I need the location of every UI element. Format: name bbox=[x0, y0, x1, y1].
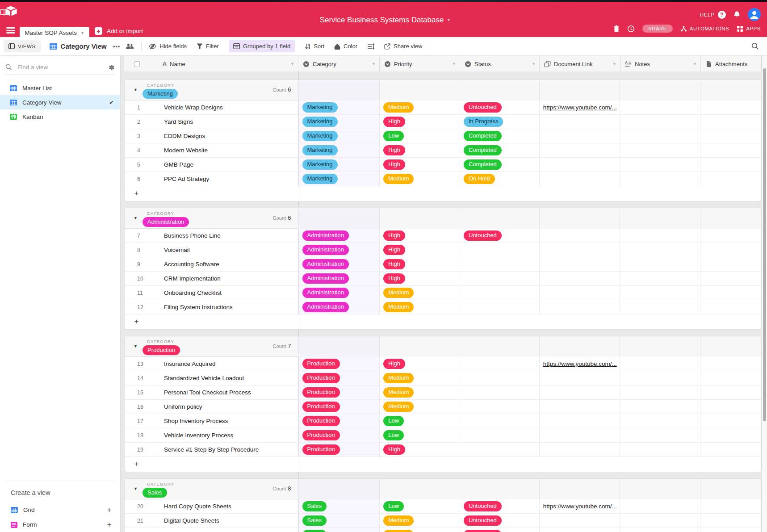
gear-icon[interactable] bbox=[108, 64, 115, 71]
chevron-down-icon[interactable]: ▼ bbox=[452, 62, 456, 66]
cell-status[interactable] bbox=[460, 400, 540, 414]
apps-button[interactable]: APPS bbox=[737, 25, 761, 32]
row-number-cell[interactable]: 5 bbox=[125, 158, 150, 172]
cell-category[interactable]: Administration bbox=[299, 257, 380, 271]
cell-status[interactable] bbox=[460, 357, 540, 371]
cell-priority[interactable]: Low bbox=[380, 129, 460, 143]
column-header-notes[interactable]: ANotes▼ bbox=[620, 56, 701, 71]
cell-category[interactable]: Administration bbox=[299, 272, 380, 285]
cell-category[interactable]: Marketing bbox=[299, 129, 380, 143]
cell-status[interactable] bbox=[460, 414, 540, 428]
cell-status[interactable] bbox=[460, 243, 540, 257]
cell-name[interactable]: Service #1 Step By Step Procedure bbox=[150, 443, 299, 457]
row-number-cell[interactable]: 1 bbox=[125, 101, 150, 114]
row-number-cell[interactable]: 8 bbox=[125, 243, 150, 257]
cell-name[interactable]: Insurance Acquired bbox=[150, 357, 299, 371]
cell-document-link[interactable] bbox=[540, 272, 620, 285]
cell-category[interactable]: Sales bbox=[299, 528, 380, 532]
cell-category[interactable]: Sales bbox=[299, 499, 380, 513]
cell-document-link[interactable] bbox=[540, 243, 620, 257]
cell-priority[interactable]: Medium bbox=[380, 400, 460, 414]
cell-notes[interactable] bbox=[620, 300, 700, 314]
cell-category[interactable]: Administration bbox=[299, 300, 380, 314]
column-header-name[interactable]: AName▼ bbox=[150, 56, 298, 71]
sort-button[interactable]: Sort bbox=[305, 43, 324, 50]
account-avatar[interactable] bbox=[748, 8, 761, 21]
row-number-cell[interactable]: 13 bbox=[125, 357, 150, 371]
chevron-down-icon[interactable]: ▼ bbox=[612, 62, 616, 66]
cell-status[interactable] bbox=[460, 286, 540, 300]
cell-notes[interactable] bbox=[620, 158, 700, 172]
base-title[interactable]: Service Business Systems Database▼ bbox=[0, 9, 767, 26]
cell-status[interactable] bbox=[460, 257, 540, 271]
cell-attachments[interactable] bbox=[700, 385, 761, 399]
cell-attachments[interactable] bbox=[700, 400, 761, 414]
cell-name[interactable]: Standardized Vehicle Loadout bbox=[150, 371, 299, 385]
cell-notes[interactable] bbox=[620, 229, 700, 243]
row-number-cell[interactable]: 7 bbox=[125, 229, 150, 243]
cell-document-link[interactable]: https://www.youtube.com/... bbox=[540, 499, 620, 513]
cell-attachments[interactable] bbox=[700, 143, 761, 157]
cell-notes[interactable] bbox=[620, 129, 700, 143]
row-number-cell[interactable]: 21 bbox=[125, 514, 150, 528]
cell-status[interactable] bbox=[460, 272, 540, 285]
cell-status[interactable]: In Progress bbox=[460, 115, 540, 129]
cell-attachments[interactable] bbox=[700, 357, 761, 371]
chevron-down-icon[interactable]: ▼ bbox=[372, 62, 376, 66]
cell-notes[interactable] bbox=[620, 428, 700, 442]
views-toggle-button[interactable]: VIEWS bbox=[4, 40, 41, 52]
group-collapse-toggle[interactable]: ▼ bbox=[134, 344, 138, 348]
cell-priority[interactable]: High bbox=[380, 158, 460, 172]
cell-notes[interactable] bbox=[620, 257, 700, 271]
document-link[interactable]: https://www.youtube.com/... bbox=[543, 503, 617, 510]
cell-notes[interactable] bbox=[620, 443, 700, 457]
cell-notes[interactable] bbox=[620, 499, 700, 513]
row-number-cell[interactable]: 19 bbox=[125, 443, 150, 457]
group-collapse-toggle[interactable]: ▼ bbox=[134, 216, 138, 220]
cell-attachments[interactable] bbox=[700, 414, 761, 428]
cell-name[interactable]: Vehicle Wrap Designs bbox=[150, 101, 299, 114]
add-or-import-button[interactable]: + Add or import bbox=[95, 27, 143, 35]
cell-notes[interactable] bbox=[620, 272, 700, 285]
cell-notes[interactable] bbox=[620, 115, 700, 129]
cell-name[interactable]: Onboarding Checklist bbox=[150, 286, 299, 300]
cell-category[interactable]: Marketing bbox=[299, 143, 380, 157]
cell-notes[interactable] bbox=[620, 528, 700, 532]
column-header-document-link[interactable]: Document Link▼ bbox=[540, 56, 620, 71]
cell-category[interactable]: Marketing bbox=[299, 158, 380, 172]
row-height-button[interactable] bbox=[367, 43, 374, 50]
cell-attachments[interactable] bbox=[700, 514, 761, 528]
cell-name[interactable]: Shop Inventory Process bbox=[150, 414, 299, 428]
cell-notes[interactable] bbox=[620, 414, 700, 428]
group-collapse-toggle[interactable]: ▼ bbox=[134, 88, 138, 92]
row-number-cell[interactable]: 2 bbox=[125, 115, 150, 129]
document-link[interactable]: https://www.youtube.com/... bbox=[543, 360, 617, 367]
cell-attachments[interactable] bbox=[700, 257, 761, 271]
row-number-cell[interactable]: 12 bbox=[125, 300, 150, 314]
row-number-cell[interactable]: 14 bbox=[125, 371, 150, 385]
cell-category[interactable]: Production bbox=[299, 357, 380, 371]
row-number-cell[interactable]: 16 bbox=[125, 400, 150, 414]
cell-name[interactable]: PPC Ad Strategy bbox=[150, 172, 299, 186]
cell-notes[interactable] bbox=[620, 172, 700, 186]
sidebar-item-kanban[interactable]: Kanban bbox=[0, 109, 120, 124]
column-header-priority[interactable]: Priority▼ bbox=[380, 56, 460, 71]
cell-priority[interactable]: High bbox=[380, 143, 460, 157]
cell-name[interactable]: Yard Signs bbox=[150, 115, 299, 129]
cell-document-link[interactable] bbox=[540, 158, 620, 172]
row-number-cell[interactable]: 11 bbox=[125, 286, 150, 300]
cell-category[interactable]: Production bbox=[299, 414, 380, 428]
cell-priority[interactable]: Medium bbox=[380, 528, 460, 532]
select-all-checkbox[interactable] bbox=[134, 61, 140, 67]
cell-attachments[interactable] bbox=[700, 115, 761, 129]
cell-status[interactable] bbox=[460, 371, 540, 385]
cell-priority[interactable]: Medium bbox=[380, 286, 460, 300]
cell-attachments[interactable] bbox=[700, 528, 761, 532]
sidebar-item-master-list[interactable]: Master List bbox=[0, 81, 120, 95]
cell-attachments[interactable] bbox=[700, 129, 761, 143]
cell-attachments[interactable] bbox=[700, 229, 761, 243]
vertical-scrollbar[interactable] bbox=[762, 56, 767, 532]
cell-priority[interactable]: High bbox=[380, 443, 460, 457]
cell-status[interactable]: Untouched bbox=[460, 101, 540, 114]
cell-category[interactable]: Production bbox=[299, 400, 380, 414]
